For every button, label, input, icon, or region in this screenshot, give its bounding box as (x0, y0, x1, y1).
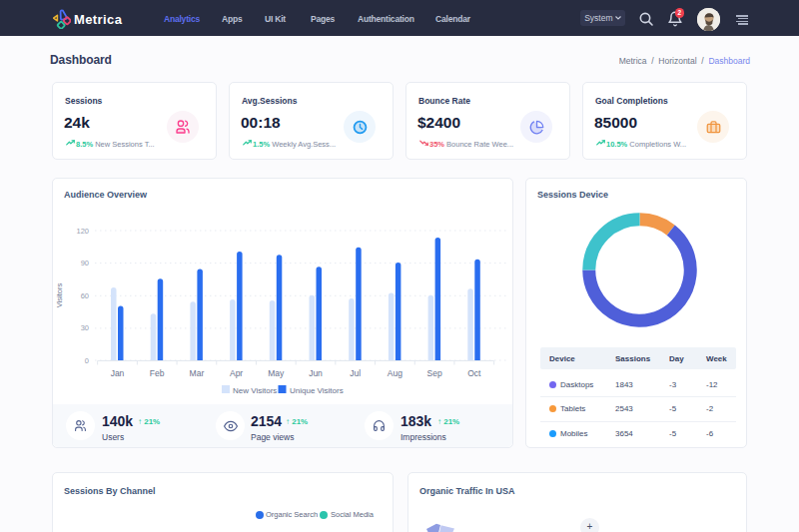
svg-text:60: 60 (81, 291, 89, 300)
svg-text:Visitors: Visitors (55, 283, 64, 308)
svg-text:Aug: Aug (388, 368, 402, 378)
svg-text:Jun: Jun (309, 368, 323, 378)
svg-text:0: 0 (85, 356, 89, 365)
svg-text:Apr: Apr (230, 368, 243, 378)
svg-text:New Visitors: New Visitors (233, 386, 277, 395)
svg-text:90: 90 (81, 259, 89, 267)
svg-text:May: May (268, 368, 285, 378)
svg-text:Oct: Oct (467, 368, 481, 378)
svg-text:Mar: Mar (190, 368, 205, 378)
svg-text:Sep: Sep (427, 368, 442, 378)
svg-text:Jul: Jul (350, 368, 361, 378)
svg-text:Unique Visitors: Unique Visitors (290, 386, 344, 395)
svg-text:30: 30 (81, 323, 89, 332)
svg-text:Jan: Jan (111, 368, 125, 378)
svg-text:120: 120 (76, 227, 89, 236)
svg-text:Feb: Feb (150, 368, 165, 378)
